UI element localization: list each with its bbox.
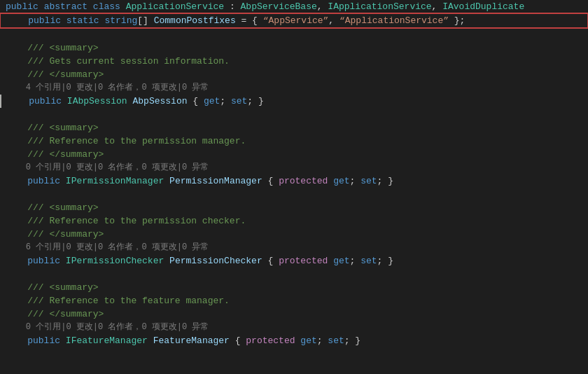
token-comment: /// </summary> (6, 68, 104, 81)
token-kw: class (93, 0, 120, 13)
code-line: /// Gets current session information. (0, 55, 588, 68)
token-plain: = { (236, 14, 263, 27)
code-line (0, 28, 588, 41)
code-line: 0 个引用|0 更改|0 名作者，0 项更改|0 异常 (0, 161, 588, 174)
code-line: public abstract class ApplicationService… (0, 0, 588, 13)
code-line: public IPermissionManager PermissionMana… (0, 174, 588, 188)
token-comment: /// </summary> (6, 307, 104, 321)
code-line: /// <summary> (0, 121, 588, 134)
token-plain (99, 14, 105, 27)
token-kw2: protected (246, 334, 295, 347)
token-type: IApplicationService (328, 0, 431, 13)
code-line: 6 个引用|0 更改|0 名作者，0 项更改|0 异常 (0, 241, 588, 254)
token-plain (62, 95, 67, 108)
token-plain (38, 0, 44, 13)
code-line: 4 个引用|0 更改|0 名作者，0 项更改|0 异常 (0, 81, 588, 95)
token-plain (6, 334, 27, 347)
token-comment: /// </summary> (6, 228, 104, 241)
code-line: public static string[] CommonPostfixes =… (0, 13, 588, 28)
token-kw: public (6, 0, 38, 13)
token-plain: { (188, 95, 204, 108)
token-kw: set (328, 334, 344, 347)
token-prop: FeatureManager (153, 334, 230, 347)
code-editor: public abstract class ApplicationService… (0, 0, 588, 374)
token-plain (328, 174, 333, 188)
code-line: /// </summary> (0, 228, 588, 241)
token-plain (328, 254, 333, 268)
token-meta: 0 个引用|0 更改|0 名作者，0 项更改|0 异常 (6, 321, 209, 334)
token-kw: set (360, 174, 377, 188)
token-plain (60, 334, 66, 347)
code-line: 0 个引用|0 更改|0 名作者，0 项更改|0 异常 (0, 321, 588, 334)
token-kw: set (231, 95, 247, 108)
code-line: public IFeatureManager FeatureManager { … (0, 334, 588, 347)
token-plain (7, 95, 29, 108)
token-plain (127, 95, 133, 108)
token-meta: 4 个引用|0 更改|0 名作者，0 项更改|0 异常 (6, 81, 209, 95)
code-line (0, 108, 588, 121)
token-plain: [] (137, 14, 153, 27)
code-line: /// </summary> (0, 307, 588, 321)
token-comment: /// <summary> (6, 281, 99, 294)
token-plain: ; (317, 334, 328, 347)
token-comment: /// </summary> (6, 148, 104, 161)
token-plain: : (224, 0, 240, 13)
token-prop: AbpSession (132, 95, 187, 108)
code-line (0, 268, 588, 281)
token-plain (88, 0, 93, 13)
token-plain (148, 334, 153, 347)
token-kw: abstract (44, 0, 88, 13)
token-plain (295, 334, 301, 347)
token-kw: get (300, 334, 316, 347)
token-plain (164, 174, 169, 188)
token-plain: , (328, 14, 340, 27)
token-meta: 0 个引用|0 更改|0 名作者，0 项更改|0 异常 (6, 161, 209, 174)
token-meta: 6 个引用|0 更改|0 名作者，0 项更改|0 异常 (6, 241, 209, 254)
token-type: IPermissionManager (66, 174, 164, 188)
token-plain: ; } (344, 334, 360, 347)
token-plain: ; } (377, 174, 393, 188)
token-kw: set (360, 254, 377, 268)
token-string: “AppService” (263, 14, 329, 27)
token-plain: ; } (377, 254, 393, 268)
code-line: /// </summary> (0, 148, 588, 161)
token-type: IAbpSession (67, 95, 127, 108)
token-plain: { (262, 174, 279, 188)
token-type: IFeatureManager (66, 334, 148, 347)
token-prop: PermissionManager (169, 174, 262, 188)
token-plain: ; } (247, 95, 263, 108)
token-kw: static (66, 14, 99, 27)
token-prop: PermissionChecker (169, 254, 262, 268)
token-plain (61, 14, 66, 27)
code-line: public IAbpSession AbpSession { get; set… (0, 95, 588, 108)
code-line (0, 188, 588, 201)
token-plain: { (230, 334, 246, 347)
token-comment: /// Gets current session information. (6, 55, 230, 68)
token-comment: /// <summary> (6, 201, 99, 214)
token-comment: /// Reference to the feature manager. (6, 294, 230, 307)
token-plain: { (262, 254, 279, 268)
token-type: ApplicationService (126, 0, 224, 13)
token-plain (6, 14, 28, 27)
token-type: AbpServiceBase (241, 0, 317, 13)
token-plain: ; (350, 174, 361, 188)
token-comment: /// <summary> (6, 121, 99, 134)
token-plain (60, 254, 66, 268)
token-kw: get (333, 254, 349, 268)
token-kw: string (104, 14, 137, 27)
token-plain: , (432, 0, 443, 13)
token-kw: public (27, 174, 60, 188)
token-kw: public (27, 334, 60, 347)
code-line: /// <summary> (0, 201, 588, 214)
token-plain (6, 254, 27, 268)
token-plain: }; (449, 14, 465, 27)
token-kw: public (27, 254, 60, 268)
token-plain (164, 254, 169, 268)
token-kw2: protected (279, 254, 328, 268)
token-kw: public (29, 95, 62, 108)
code-line: /// </summary> (0, 68, 588, 81)
token-comment: /// <summary> (6, 41, 99, 55)
token-prop: CommonPostfixes (154, 14, 236, 27)
code-line: /// Reference to the permission manager. (0, 134, 588, 148)
token-string: “ApplicationService” (340, 14, 449, 27)
